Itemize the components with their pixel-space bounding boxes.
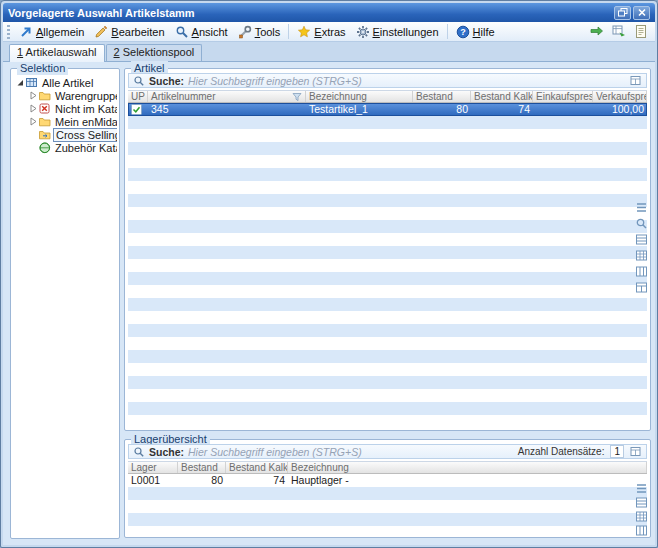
cell: [128, 103, 148, 116]
toolbar-gripper[interactable]: [7, 25, 10, 39]
empty-row: [128, 129, 647, 142]
menu-item-label: Bearbeiten: [111, 26, 164, 38]
tab-1-artikelauswahl[interactable]: 1 Artikelauswahl: [9, 44, 105, 62]
expander-expanded-icon[interactable]: [15, 78, 26, 87]
menu-item-extras[interactable]: Extras: [292, 24, 350, 40]
empty-row: [128, 272, 647, 285]
lager-table-header: LagerBestandBestand Kalk.Bezeichnung: [128, 461, 647, 474]
column-header-label: Bestand: [416, 91, 453, 102]
empty-row: [128, 324, 647, 337]
column-header-bezeichnung[interactable]: Bezeichnung: [288, 462, 647, 473]
column-header-lager[interactable]: Lager: [128, 462, 178, 473]
column-header-label: Bestand: [181, 462, 218, 473]
menu-item-label: Extras: [314, 26, 345, 38]
expander-collapsed-icon[interactable]: [28, 91, 39, 100]
rows-icon[interactable]: [635, 496, 648, 509]
empty-row: [128, 526, 647, 535]
artikel-panel: Artikel Suche: Hier Suchbegriff eingeben…: [124, 68, 651, 431]
layout-icon[interactable]: [635, 281, 648, 294]
tree-item-cross-selling-katalog[interactable]: Cross Selling Katalog: [13, 128, 117, 141]
column-header-einkaufspres[interactable]: Einkaufspres: [533, 91, 593, 102]
restore-button[interactable]: [614, 6, 631, 20]
columns-icon[interactable]: [635, 265, 648, 278]
empty-row: [128, 363, 647, 376]
empty-row: [128, 246, 647, 259]
empty-row: [128, 142, 647, 155]
tab-2-selektionspool[interactable]: 2 Selektionspool: [106, 44, 203, 61]
column-header-label: Bestand Kalk.: [229, 462, 288, 473]
transfer-icon[interactable]: [587, 23, 606, 40]
tree-item-alle-artikel[interactable]: Alle Artikel: [13, 76, 117, 89]
table-row[interactable]: L00018074Hauptlager -: [128, 474, 647, 487]
cell: Hauptlager -: [288, 474, 647, 487]
lager-search-row[interactable]: Suche: Hier Suchbegriff eingeben (STRG+S…: [128, 444, 647, 459]
content-area: Selektion Alle ArtikelWarengruppenNicht …: [3, 61, 655, 545]
tree-item-nicht-im-katalog[interactable]: Nicht im Katalog: [13, 102, 117, 115]
list-icon[interactable]: [635, 482, 648, 495]
search-icon: [133, 446, 145, 458]
table-row[interactable]: 345Testartikel_18074100,00: [128, 103, 647, 116]
close-button[interactable]: [633, 6, 650, 20]
search-label: Suche:: [149, 446, 184, 458]
selection-tree: Alle ArtikelWarengruppenNicht im Katalog…: [13, 76, 117, 536]
search-placeholder: Hier Suchbegriff eingeben (STRG+S): [188, 446, 362, 458]
tab-label: 2 Selektionspool: [114, 46, 195, 58]
column-header-bestand[interactable]: Bestand: [178, 462, 226, 473]
search-label: Suche:: [149, 75, 184, 87]
list-icon[interactable]: [635, 201, 648, 214]
column-header-bestand-kalk[interactable]: Bestand Kalk.: [226, 462, 288, 473]
artikel-search-row[interactable]: Suche: Hier Suchbegriff eingeben (STRG+S…: [128, 73, 647, 88]
close-icon: [636, 7, 648, 18]
column-header-bezeichnung[interactable]: Bezeichnung: [306, 91, 413, 102]
globe-icon: [39, 142, 53, 154]
columns-icon[interactable]: [635, 524, 648, 537]
export-grid-icon: [611, 24, 627, 39]
column-header-label: Bezeichnung: [309, 91, 367, 102]
folder-icon: [39, 116, 53, 128]
expander-collapsed-icon[interactable]: [28, 117, 39, 126]
grid-icon[interactable]: [635, 510, 648, 523]
artikel-table-header: UPArtikelnummerBezeichnungBestandBestand…: [128, 90, 647, 103]
empty-row: [128, 415, 647, 427]
cell: 74: [226, 474, 288, 487]
menu-item-ansicht[interactable]: Ansicht: [170, 24, 233, 40]
empty-row: [128, 402, 647, 415]
column-header-label: Artikelnummer: [151, 91, 215, 102]
allgemein-icon: [19, 25, 33, 39]
search-side-icon[interactable]: [635, 217, 648, 230]
column-header-bestand-kalk[interactable]: Bestand Kalk.: [471, 91, 533, 102]
tree-item-zubeh-r-katalog[interactable]: Zubehör Katalog: [13, 141, 117, 154]
column-header-label: Verkaufspres: [596, 91, 647, 102]
menu-item-tools[interactable]: Tools: [233, 24, 286, 40]
application-window: Vorgelagerte Auswahl Artikelstamm Allgem…: [0, 0, 658, 548]
tree-item-label: Cross Selling Katalog: [53, 128, 117, 142]
selektion-panel: Selektion Alle ArtikelWarengruppenNicht …: [10, 68, 120, 539]
menu-item-bearbeiten[interactable]: Bearbeiten: [89, 24, 169, 40]
tree-item-warengruppen[interactable]: Warengruppen: [13, 89, 117, 102]
column-header-up[interactable]: UP: [128, 91, 148, 102]
menu-item-label: Einstellungen: [373, 26, 439, 38]
tree-item-mein-enmida[interactable]: Mein enMida: [13, 115, 117, 128]
column-header-artikelnummer[interactable]: Artikelnummer: [148, 91, 306, 102]
expander-collapsed-icon[interactable]: [28, 104, 39, 113]
menu-item-hilfe[interactable]: ?Hilfe: [451, 24, 500, 40]
rows-icon[interactable]: [635, 233, 648, 246]
search-placeholder: Hier Suchbegriff eingeben (STRG+S): [188, 75, 362, 87]
empty-row: [128, 389, 647, 402]
tree-item-label: Alle Artikel: [40, 77, 95, 89]
tab-bar: 1 Artikelauswahl2 Selektionspool: [9, 44, 202, 62]
menu-item-allgemein[interactable]: Allgemein: [14, 24, 89, 40]
column-header-label: Bestand Kalk.: [474, 91, 533, 102]
column-chooser-icon[interactable]: [630, 446, 642, 458]
column-chooser-icon[interactable]: [630, 75, 642, 87]
column-header-label: Bezeichnung: [291, 462, 349, 473]
grid-icon[interactable]: [635, 249, 648, 262]
notes-icon[interactable]: [631, 23, 650, 40]
menu-item-einstellungen[interactable]: Einstellungen: [351, 24, 444, 40]
column-header-verkaufspres[interactable]: Verkaufspres: [593, 91, 647, 102]
restore-icon: [617, 7, 629, 18]
column-header-bestand[interactable]: Bestand: [413, 91, 471, 102]
titlebar: Vorgelagerte Auswahl Artikelstamm: [3, 3, 655, 22]
export-grid-icon[interactable]: [609, 23, 628, 40]
tools-icon: [238, 25, 252, 39]
